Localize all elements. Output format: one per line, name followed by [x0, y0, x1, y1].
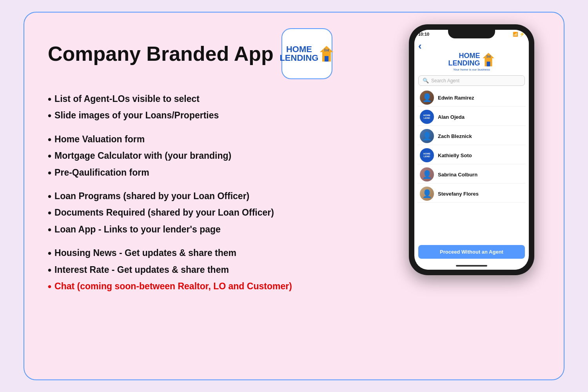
- page-title: Company Branded App: [48, 42, 274, 65]
- svg-rect-4: [486, 62, 490, 66]
- logo-home: HOME: [279, 45, 318, 54]
- home-indicator: [456, 265, 487, 267]
- agent-row[interactable]: 👤 Zach Bleznick: [417, 127, 526, 145]
- phone-tagline: Your home is our business: [453, 68, 490, 71]
- phone-bottom-bar: [414, 263, 529, 270]
- phone-mockup: 10:10 📶 ⚡ ‹ HOME LENDING: [409, 24, 534, 275]
- proceed-without-agent-button[interactable]: Proceed Without an Agent: [418, 245, 525, 259]
- bullet-item: Loan Programs (shared by your Loan Offic…: [48, 188, 387, 205]
- phone-logo: HOME LENDING 1st Your home is our busine…: [414, 52, 529, 74]
- phone-logo-row: HOME LENDING 1st: [448, 52, 495, 67]
- agent-name: Kathielly Soto: [438, 152, 472, 158]
- svg-rect-1: [325, 56, 328, 62]
- phone-house-icon: 1st: [482, 52, 495, 67]
- logo-inner: HOME LENDING 1st: [279, 45, 334, 62]
- agent-list: 👤 Edwin Ramirez HOMELEND Alan Ojeda 👤: [414, 89, 529, 242]
- main-card: Company Branded App HOME LENDING 1st: [24, 12, 564, 380]
- phone-screen: 10:10 📶 ⚡ ‹ HOME LENDING: [414, 30, 529, 270]
- svg-text:1st: 1st: [324, 47, 330, 52]
- avatar: 👤: [420, 167, 434, 181]
- agent-name: Zach Bleznick: [438, 133, 472, 139]
- search-bar[interactable]: 🔍 Search Agent: [418, 75, 525, 86]
- left-section: Company Branded App HOME LENDING 1st: [48, 28, 399, 295]
- logo-badge: HOME LENDING 1st: [281, 28, 332, 79]
- bullet-item: Housing News - Get updates & share them: [48, 245, 387, 261]
- agent-row[interactable]: HOMELEND Kathielly Soto: [417, 147, 526, 164]
- status-icons: 📶 ⚡: [513, 32, 525, 37]
- avatar: HOMELEND: [420, 148, 434, 162]
- agent-row[interactable]: 👤 Sabrina Colburn: [417, 166, 526, 183]
- bullet-item: Pre-Qaulification form: [48, 165, 387, 181]
- svg-text:1st: 1st: [486, 54, 491, 58]
- avatar: 👤: [420, 187, 434, 201]
- bullet-item: Loan App - Links to your lender's page: [48, 221, 387, 238]
- logo-lending: LENDING: [279, 54, 318, 62]
- status-time: 10:10: [418, 32, 429, 36]
- agent-row[interactable]: 👤 Stevefany Flores: [417, 185, 526, 203]
- back-arrow[interactable]: ‹: [418, 40, 422, 52]
- search-icon: 🔍: [423, 78, 429, 83]
- bullet-item: Documents Required (shared by your Loan …: [48, 205, 387, 221]
- avatar: 👤: [420, 129, 434, 143]
- bullet-item-chat: Chat (coming soon-between Realtor, LO an…: [48, 278, 387, 295]
- agent-name: Sabrina Colburn: [438, 172, 477, 178]
- avatar: 👤: [420, 91, 434, 105]
- agent-name: Alan Ojeda: [438, 114, 465, 120]
- avatar: HOMELEND: [420, 110, 434, 124]
- feature-list: List of Agent-LOs visible to select Slid…: [48, 91, 387, 295]
- bullet-item: Home Valuation form: [48, 131, 387, 148]
- phone-notch: [448, 30, 495, 38]
- bullet-item: List of Agent-LOs visible to select: [48, 91, 387, 107]
- agent-row[interactable]: HOMELEND Alan Ojeda: [417, 108, 526, 126]
- agent-row[interactable]: 👤 Edwin Ramirez: [417, 89, 526, 107]
- agent-name: Stevefany Flores: [438, 191, 479, 197]
- bullet-item: Slide images of your Loans/Properties: [48, 107, 387, 124]
- search-placeholder: Search Agent: [431, 78, 459, 83]
- phone-logo-home: HOME: [459, 52, 480, 60]
- phone-section: 10:10 📶 ⚡ ‹ HOME LENDING: [399, 24, 544, 275]
- logo-house-icon: 1st: [319, 45, 334, 62]
- main-title-row: Company Branded App HOME LENDING 1st: [48, 28, 387, 79]
- phone-logo-lending: LENDING: [448, 59, 480, 67]
- agent-name: Edwin Ramirez: [438, 95, 474, 101]
- bullet-item: Interest Rate - Get updates & share them: [48, 262, 387, 278]
- bullet-item: Mortgage Calculator with (your branding): [48, 148, 387, 164]
